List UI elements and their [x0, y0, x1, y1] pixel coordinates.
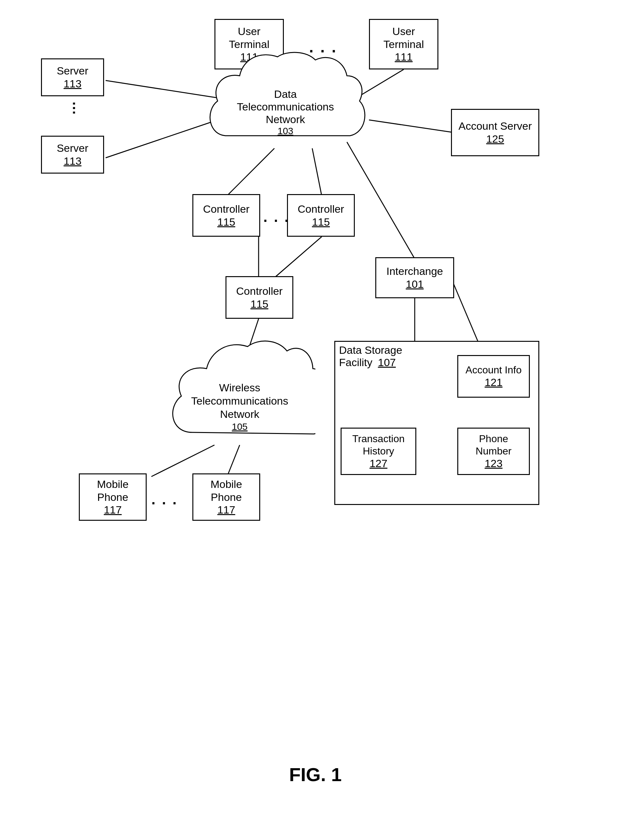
- svg-line-3: [106, 120, 217, 158]
- svg-text:Network: Network: [220, 408, 260, 420]
- svg-line-7: [347, 142, 415, 259]
- figure-label: FIG. 1: [268, 764, 363, 785]
- controller-bottom: Controller 115: [225, 276, 293, 319]
- server-bottom: Server 113: [41, 136, 104, 173]
- mobile-phone-right: MobilePhone 117: [193, 473, 260, 521]
- transaction-history: TransactionHistory 127: [341, 428, 416, 475]
- account-info: Account Info 121: [457, 355, 530, 398]
- svg-line-6: [312, 148, 322, 196]
- svg-text:105: 105: [232, 421, 248, 432]
- svg-line-14: [227, 445, 240, 477]
- svg-text:Telecommunications: Telecommunications: [237, 101, 334, 113]
- wireless-telecom-cloud: Wireless Telecommunications Network 105: [164, 334, 315, 448]
- svg-text:Telecommunications: Telecommunications: [191, 395, 288, 407]
- svg-line-13: [151, 445, 214, 477]
- svg-line-9: [274, 237, 322, 278]
- svg-text:Data: Data: [274, 88, 297, 100]
- user-terminal-right: UserTerminal 111: [369, 19, 438, 69]
- svg-line-2: [106, 80, 217, 98]
- phone-number: PhoneNumber 123: [457, 428, 530, 475]
- server-dots: ···: [66, 101, 82, 115]
- controller-left: Controller 115: [193, 194, 260, 237]
- data-storage-label: Data Storage Facility 107: [339, 344, 402, 369]
- interchange: Interchange 101: [375, 257, 454, 298]
- svg-line-4: [369, 120, 454, 133]
- diagram: User Terminal 111 UserTerminal 111 . . .…: [0, 0, 644, 813]
- controller-dots: . . .: [263, 208, 290, 225]
- mobile-phone-left: MobilePhone 117: [79, 473, 147, 521]
- controller-right: Controller 115: [287, 194, 355, 237]
- svg-text:103: 103: [277, 126, 293, 136]
- svg-text:Wireless: Wireless: [219, 382, 260, 394]
- account-server: Account Server 125: [451, 109, 539, 156]
- svg-line-5: [227, 148, 274, 196]
- svg-text:Network: Network: [266, 113, 306, 125]
- mobile-phone-dots: . . .: [151, 491, 178, 508]
- server-top: Server 113: [41, 58, 104, 96]
- data-telecom-cloud: Data Telecommunications Network 103: [202, 48, 369, 155]
